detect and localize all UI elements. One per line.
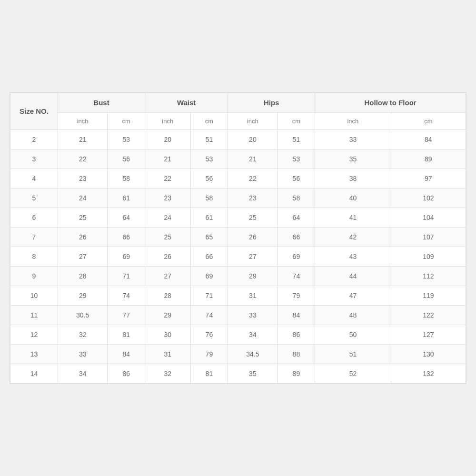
table-row: 827692666276943109 xyxy=(10,247,466,267)
bust-cm-header: cm xyxy=(108,113,145,130)
hollow-inch-header: inch xyxy=(315,113,391,130)
hips-inch-header: inch xyxy=(228,113,278,130)
hollow-cm-header: cm xyxy=(391,113,466,130)
table-row: 726662565266642107 xyxy=(10,228,466,247)
table-row: 928712769297444112 xyxy=(10,267,466,286)
table-row: 524612358235840102 xyxy=(10,188,466,208)
waist-header: Waist xyxy=(145,93,228,113)
sub-header-row: inch cm inch cm inch cm inch cm xyxy=(10,113,466,130)
bust-header: Bust xyxy=(58,93,145,113)
main-header-row: Size NO. Bust Waist Hips Hollow to Floor xyxy=(10,93,466,113)
table-row: 32256215321533589 xyxy=(10,149,466,169)
hips-header: Hips xyxy=(228,93,315,113)
waist-cm-header: cm xyxy=(190,113,228,130)
table-row: 625642461256441104 xyxy=(10,208,466,228)
size-no-header: Size NO. xyxy=(10,93,58,130)
table-row: 1130.5772974338448122 xyxy=(10,306,466,325)
hollow-to-floor-header: Hollow to Floor xyxy=(315,93,466,113)
table-row: 1232813076348650127 xyxy=(10,325,466,345)
size-chart-container: Size NO. Bust Waist Hips Hollow to Floor… xyxy=(10,92,466,384)
table-row: 133384317934.58851130 xyxy=(10,345,466,364)
hips-cm-header: cm xyxy=(278,113,315,130)
bust-inch-header: inch xyxy=(58,113,108,130)
table-body: 2215320512051338432256215321533589423582… xyxy=(10,130,466,384)
table-row: 1029742871317947119 xyxy=(10,286,466,306)
size-chart-table: Size NO. Bust Waist Hips Hollow to Floor… xyxy=(10,92,466,384)
waist-inch-header: inch xyxy=(145,113,191,130)
table-row: 22153205120513384 xyxy=(10,130,466,149)
table-row: 1434863281358952132 xyxy=(10,364,466,384)
table-row: 42358225622563897 xyxy=(10,169,466,188)
